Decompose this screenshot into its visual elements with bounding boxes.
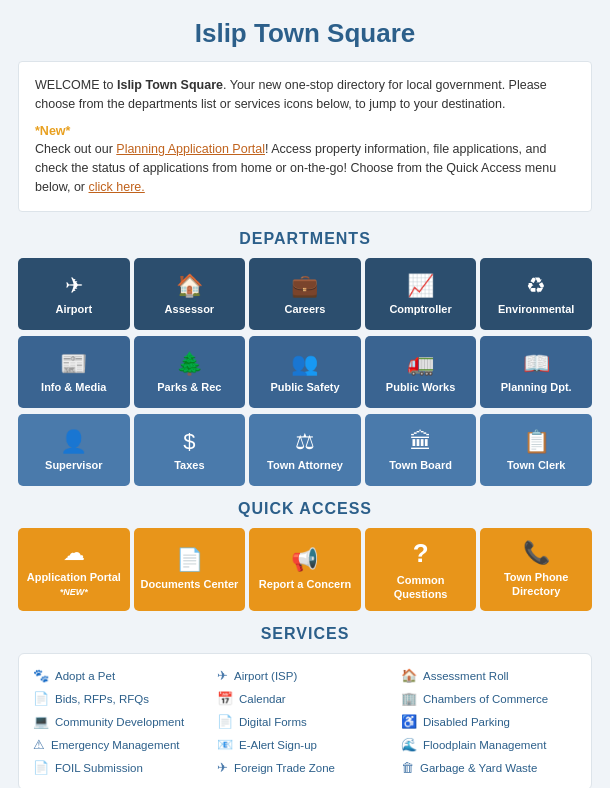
qa-common-questions[interactable]: ? Common Questions [365, 528, 477, 612]
dept-public-safety-label: Public Safety [270, 381, 339, 393]
qa-phone-directory[interactable]: 📞 Town Phone Directory [480, 528, 592, 612]
service-floodplain[interactable]: 🌊 Floodplain Management [401, 735, 577, 754]
service-ealert-label: E-Alert Sign-up [239, 739, 317, 751]
book-icon: 📖 [523, 351, 550, 377]
trade-icon: ✈ [217, 760, 228, 775]
document-icon: 📄 [176, 547, 203, 573]
dept-parks-rec[interactable]: 🌲 Parks & Rec [134, 336, 246, 408]
services-grid: 🐾 Adopt a Pet ✈ Airport (ISP) 🏠 Assessme… [33, 666, 577, 777]
new-badge: *NEW* [60, 587, 88, 597]
service-digital-forms[interactable]: 📄 Digital Forms [217, 712, 393, 731]
service-foil-label: FOIL Submission [55, 762, 143, 774]
dept-public-safety[interactable]: 👥 Public Safety [249, 336, 361, 408]
qa-application-portal[interactable]: ☁ Application Portal *NEW* [18, 528, 130, 612]
new-text: Check out our Planning Application Porta… [35, 142, 556, 194]
portal-link[interactable]: Planning Application Portal [116, 142, 265, 156]
dept-parks-rec-label: Parks & Rec [157, 381, 221, 393]
computer-icon: 💻 [33, 714, 49, 729]
airplane-icon: ✈ [65, 273, 83, 299]
dept-careers[interactable]: 💼 Careers [249, 258, 361, 330]
trash-icon: 🗑 [401, 760, 414, 775]
dept-info-media[interactable]: 📰 Info & Media [18, 336, 130, 408]
service-emergency[interactable]: ⚠ Emergency Management [33, 735, 209, 754]
dept-planning[interactable]: 📖 Planning Dpt. [480, 336, 592, 408]
calendar-icon: 📅 [217, 691, 233, 706]
service-digital-forms-label: Digital Forms [239, 716, 307, 728]
service-airport-label: Airport (ISP) [234, 670, 297, 682]
person-icon: 👤 [60, 429, 87, 455]
departments-row3: 👤 Supervisor $ Taxes ⚖ Town Attorney 🏛 T… [18, 414, 592, 486]
plane-icon: ✈ [217, 668, 228, 683]
chambers-icon: 🏢 [401, 691, 417, 706]
service-ealert[interactable]: 📧 E-Alert Sign-up [217, 735, 393, 754]
service-foil[interactable]: 📄 FOIL Submission [33, 758, 209, 777]
service-community-dev[interactable]: 💻 Community Development [33, 712, 209, 731]
dept-comptroller[interactable]: 📈 Comptroller [365, 258, 477, 330]
chart-icon: 📈 [407, 273, 434, 299]
people-icon: 👥 [291, 351, 318, 377]
service-adopt-pet[interactable]: 🐾 Adopt a Pet [33, 666, 209, 685]
services-box: 🐾 Adopt a Pet ✈ Airport (ISP) 🏠 Assessme… [18, 653, 592, 788]
new-label: *New* [35, 122, 575, 141]
service-foreign-trade-label: Foreign Trade Zone [234, 762, 335, 774]
departments-row2: 📰 Info & Media 🌲 Parks & Rec 👥 Public Sa… [18, 336, 592, 408]
dept-supervisor[interactable]: 👤 Supervisor [18, 414, 130, 486]
service-floodplain-label: Floodplain Management [423, 739, 546, 751]
dept-town-attorney-label: Town Attorney [267, 459, 343, 471]
newspaper-icon: 📰 [60, 351, 87, 377]
service-airport[interactable]: ✈ Airport (ISP) [217, 666, 393, 685]
dept-public-works[interactable]: 🚛 Public Works [365, 336, 477, 408]
dept-comptroller-label: Comptroller [389, 303, 451, 315]
qa-documents-center-label: Documents Center [140, 577, 238, 591]
service-bids-label: Bids, RFPs, RFQs [55, 693, 149, 705]
qa-phone-directory-label: Town Phone Directory [484, 570, 588, 599]
service-foreign-trade[interactable]: ✈ Foreign Trade Zone [217, 758, 393, 777]
dept-town-clerk[interactable]: 📋 Town Clerk [480, 414, 592, 486]
service-calendar[interactable]: 📅 Calendar [217, 689, 393, 708]
qa-application-portal-label: Application Portal *NEW* [22, 570, 126, 599]
service-calendar-label: Calendar [239, 693, 286, 705]
welcome-intro: WELCOME to Islip Town Square. Your new o… [35, 78, 547, 111]
departments-title: DEPARTMENTS [0, 230, 610, 248]
dept-environmental[interactable]: ♻ Environmental [480, 258, 592, 330]
dept-town-board-label: Town Board [389, 459, 452, 471]
recycle-icon: ♻ [526, 273, 546, 299]
dept-assessor[interactable]: 🏠 Assessor [134, 258, 246, 330]
service-disabled-parking[interactable]: ♿ Disabled Parking [401, 712, 577, 731]
click-here-link[interactable]: click here. [89, 180, 145, 194]
service-bids[interactable]: 📄 Bids, RFPs, RFQs [33, 689, 209, 708]
megaphone-icon: 📢 [291, 547, 318, 573]
service-chambers[interactable]: 🏢 Chambers of Commerce [401, 689, 577, 708]
columns-icon: 🏛 [410, 429, 432, 455]
service-disabled-parking-label: Disabled Parking [423, 716, 510, 728]
dept-airport[interactable]: ✈ Airport [18, 258, 130, 330]
dollar-icon: $ [183, 429, 195, 455]
email-icon: 📧 [217, 737, 233, 752]
service-adopt-pet-label: Adopt a Pet [55, 670, 115, 682]
dept-careers-label: Careers [285, 303, 326, 315]
page-title: Islip Town Square [0, 0, 610, 61]
welcome-box: WELCOME to Islip Town Square. Your new o… [18, 61, 592, 212]
cloud-upload-icon: ☁ [63, 540, 85, 566]
home-icon: 🏠 [176, 273, 203, 299]
dept-town-board[interactable]: 🏛 Town Board [365, 414, 477, 486]
service-garbage[interactable]: 🗑 Garbage & Yard Waste [401, 758, 577, 777]
departments-section: DEPARTMENTS ✈ Airport 🏠 Assessor 💼 Caree… [0, 230, 610, 486]
dept-planning-label: Planning Dpt. [501, 381, 572, 393]
phone-icon: 📞 [523, 540, 550, 566]
dept-taxes-label: Taxes [174, 459, 204, 471]
clipboard-icon: 📋 [523, 429, 550, 455]
service-assessment-roll[interactable]: 🏠 Assessment Roll [401, 666, 577, 685]
dept-environmental-label: Environmental [498, 303, 574, 315]
qa-report-concern[interactable]: 📢 Report a Concern [249, 528, 361, 612]
dept-assessor-label: Assessor [165, 303, 215, 315]
dept-taxes[interactable]: $ Taxes [134, 414, 246, 486]
dept-info-media-label: Info & Media [41, 381, 106, 393]
foil-icon: 📄 [33, 760, 49, 775]
qa-documents-center[interactable]: 📄 Documents Center [134, 528, 246, 612]
dept-town-attorney[interactable]: ⚖ Town Attorney [249, 414, 361, 486]
scales-icon: ⚖ [295, 429, 315, 455]
qa-common-questions-label: Common Questions [369, 573, 473, 602]
handicap-icon: ♿ [401, 714, 417, 729]
question-icon: ? [413, 538, 429, 569]
